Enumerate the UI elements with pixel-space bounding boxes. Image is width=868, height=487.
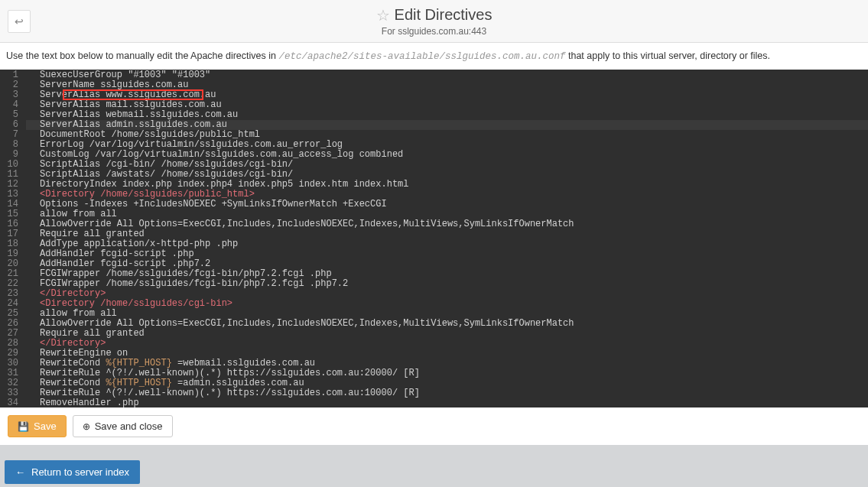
- highlight-annotation: [63, 89, 203, 100]
- instruction-text: Use the text box below to manually edit …: [0, 43, 868, 70]
- back-button[interactable]: ↩: [8, 10, 31, 33]
- return-row: ← Return to server index: [0, 445, 868, 487]
- code-line[interactable]: Options -Indexes +IncludesNOEXEC +SymLin…: [26, 200, 868, 209]
- button-row: 💾 Save ⊕ Save and close: [0, 407, 868, 445]
- code-line[interactable]: RemoveHandler .php: [26, 398, 868, 407]
- code-line[interactable]: Require all granted: [26, 329, 868, 339]
- save-icon: 💾: [18, 421, 29, 432]
- instruction-prefix: Use the text box below to manually edit …: [6, 50, 278, 61]
- close-circle-icon: ⊕: [83, 421, 90, 432]
- code-line[interactable]: AllowOverride All Options=ExecCGI,Includ…: [26, 219, 868, 229]
- editor-code[interactable]: SuexecUserGroup "#1003" "#1003"ServerNam…: [26, 70, 868, 407]
- code-editor[interactable]: 1234567891011121314151617181920212223242…: [0, 70, 868, 407]
- header-bar: ↩ ☆ Edit Directives For sslguides.com.au…: [0, 0, 868, 43]
- instruction-suffix: that apply to this virtual server, direc…: [566, 50, 770, 61]
- page-title: Edit Directives: [395, 6, 493, 24]
- instruction-path: /etc/apache2/sites-available/sslguides.c…: [278, 51, 565, 62]
- save-close-label: Save and close: [95, 420, 163, 432]
- return-button[interactable]: ← Return to server index: [5, 460, 140, 484]
- code-line[interactable]: <Directory /home/sslguides/cgi-bin>: [26, 299, 868, 309]
- code-line[interactable]: </Directory>: [26, 339, 868, 349]
- save-button[interactable]: 💾 Save: [8, 415, 67, 437]
- page-subtitle: For sslguides.com.au:443: [376, 26, 493, 37]
- code-line[interactable]: RewriteRule ^(?!/.well-known)(.*) https:…: [26, 388, 868, 398]
- star-icon[interactable]: ☆: [376, 6, 390, 24]
- line-number: 34: [6, 398, 18, 407]
- return-label: Return to server index: [31, 466, 129, 478]
- code-line[interactable]: FCGIWrapper /home/sslguides/fcgi-bin/php…: [26, 279, 868, 289]
- code-line[interactable]: AllowOverride All Options=ExecCGI,Includ…: [26, 319, 868, 329]
- arrow-left-icon: ←: [15, 466, 25, 478]
- save-close-button[interactable]: ⊕ Save and close: [73, 415, 173, 437]
- title-block: ☆ Edit Directives For sslguides.com.au:4…: [376, 6, 493, 37]
- arrow-left-icon: ↩: [15, 15, 24, 28]
- editor-gutter: 1234567891011121314151617181920212223242…: [0, 70, 26, 407]
- save-label: Save: [34, 420, 57, 432]
